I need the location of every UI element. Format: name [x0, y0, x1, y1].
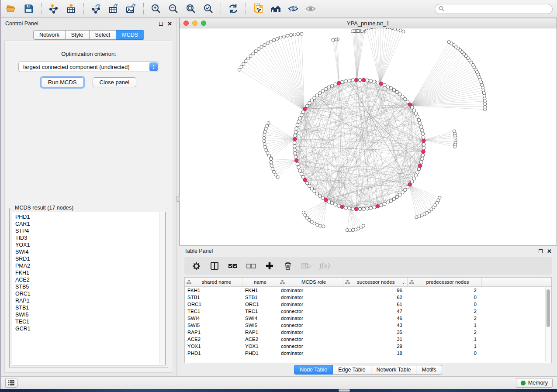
network-node[interactable] [392, 89, 396, 92]
leaf-node[interactable] [293, 33, 296, 36]
network-node[interactable] [308, 184, 311, 188]
network-node[interactable] [327, 200, 331, 203]
mcds-node[interactable] [362, 78, 365, 82]
cell-predecessor_nodes[interactable]: 2 [408, 308, 482, 315]
leaf-node[interactable] [362, 224, 365, 227]
show-columns-icon[interactable] [210, 261, 219, 271]
table-row[interactable]: PHD1PHD1dominator180 [185, 350, 551, 357]
cell-predecessor_nodes[interactable]: 2 [408, 315, 482, 322]
network-node[interactable] [380, 203, 383, 207]
network-node[interactable] [421, 129, 424, 132]
window-minimize-icon[interactable] [192, 21, 197, 26]
mcds-node[interactable] [422, 139, 426, 143]
tab-network[interactable]: Network [33, 30, 66, 40]
network-node[interactable] [412, 109, 416, 112]
close-panel-icon[interactable]: ✕ [167, 21, 172, 27]
network-node[interactable] [344, 206, 348, 210]
cell-shared_name[interactable]: RAP1 [185, 329, 242, 336]
leaf-node[interactable] [290, 34, 293, 37]
network-node[interactable] [334, 203, 337, 206]
mcds-result-item[interactable]: TEC1 [15, 318, 159, 325]
leaf-node[interactable] [240, 65, 243, 68]
cell-predecessor_nodes[interactable]: 0 [408, 301, 482, 308]
mcds-node[interactable] [294, 158, 298, 162]
cell-successor_nodes[interactable]: 46 [343, 315, 408, 322]
optimization-criterion-select[interactable]: largest connected component (undirected)… [18, 62, 159, 72]
network-node[interactable] [330, 84, 334, 88]
leaf-node[interactable] [257, 48, 260, 51]
cell-shared_name[interactable]: ORC1 [185, 301, 242, 308]
network-node[interactable] [421, 132, 425, 136]
cell-mcds_role[interactable]: dominator [278, 301, 343, 308]
network-node[interactable] [297, 120, 301, 124]
cell-shared_name[interactable]: TEC1 [185, 308, 242, 315]
mcds-node[interactable] [355, 207, 358, 211]
cell-successor_nodes[interactable]: 18 [343, 350, 408, 357]
network-node[interactable] [315, 192, 319, 195]
network-node[interactable] [421, 154, 425, 157]
float-table-panel-icon[interactable] [539, 249, 543, 253]
network-node[interactable] [410, 180, 414, 183]
leaf-node[interactable] [264, 145, 267, 148]
network-node[interactable] [293, 148, 297, 151]
leaf-node[interactable] [270, 161, 273, 164]
delete-column-icon[interactable] [283, 261, 293, 271]
network-node[interactable] [416, 171, 419, 174]
splitter-grip[interactable] [176, 196, 180, 202]
leaf-node[interactable] [447, 41, 450, 44]
network-node[interactable] [373, 80, 376, 83]
network-node[interactable] [369, 206, 373, 210]
leaf-node[interactable] [266, 124, 269, 127]
network-node[interactable] [416, 115, 419, 118]
cell-name[interactable]: YOX1 [242, 343, 278, 350]
add-column-icon[interactable] [265, 261, 274, 271]
network-node[interactable] [389, 86, 393, 90]
mcds-result-item[interactable]: SWI4 [15, 248, 159, 255]
tab-style[interactable]: Style [66, 30, 90, 40]
column-header-shared-name[interactable]: shared name [185, 278, 242, 286]
first-neighbors-icon[interactable] [270, 3, 282, 15]
network-canvas[interactable] [180, 28, 557, 245]
leaf-node[interactable] [263, 136, 266, 139]
mcds-result-item[interactable]: CAR1 [15, 220, 159, 227]
network-node[interactable] [366, 207, 369, 210]
leaf-node[interactable] [270, 164, 273, 167]
network-node[interactable] [406, 100, 409, 103]
cell-name[interactable]: ORC1 [242, 301, 278, 308]
cell-successor_nodes[interactable]: 43 [343, 322, 408, 329]
leaf-node[interactable] [322, 225, 325, 228]
task-history-button[interactable] [5, 378, 17, 388]
mcds-node[interactable] [379, 82, 383, 86]
table-row[interactable]: FKH1FKH1dominator962 [185, 287, 551, 294]
cell-mcds_role[interactable]: dominator [278, 294, 343, 301]
cell-name[interactable]: SWI5 [242, 322, 278, 329]
network-node[interactable] [417, 167, 421, 171]
network-node[interactable] [398, 193, 401, 196]
network-node[interactable] [376, 81, 380, 84]
leaf-node[interactable] [263, 133, 266, 136]
mcds-node[interactable] [422, 150, 425, 153]
window-maximize-icon[interactable] [201, 21, 206, 26]
network-node[interactable] [422, 146, 426, 150]
network-node[interactable] [310, 99, 314, 102]
cell-shared_name[interactable]: SWI5 [185, 322, 242, 329]
leaf-node[interactable] [297, 33, 300, 36]
mcds-result-item[interactable]: STB1 [15, 304, 159, 311]
duplicate-network-icon[interactable] [252, 3, 264, 15]
cell-predecessor_nodes[interactable]: 0 [408, 350, 482, 357]
network-node[interactable] [422, 143, 426, 146]
mcds-node[interactable] [355, 78, 358, 82]
network-node[interactable] [337, 204, 341, 208]
mcds-result-item[interactable]: SRD1 [15, 255, 159, 262]
network-node[interactable] [362, 207, 365, 211]
table-row[interactable]: ORC1ORC1dominator610 [185, 301, 551, 308]
zoom-fit-icon[interactable] [185, 3, 197, 15]
export-network-icon[interactable] [90, 3, 102, 15]
leaf-node[interactable] [266, 41, 269, 45]
mcds-node[interactable] [376, 205, 379, 208]
network-node[interactable] [294, 134, 297, 138]
leaf-node[interactable] [254, 50, 257, 53]
network-node[interactable] [296, 162, 299, 166]
table-scrollbar[interactable] [545, 287, 551, 362]
network-node[interactable] [383, 202, 386, 206]
